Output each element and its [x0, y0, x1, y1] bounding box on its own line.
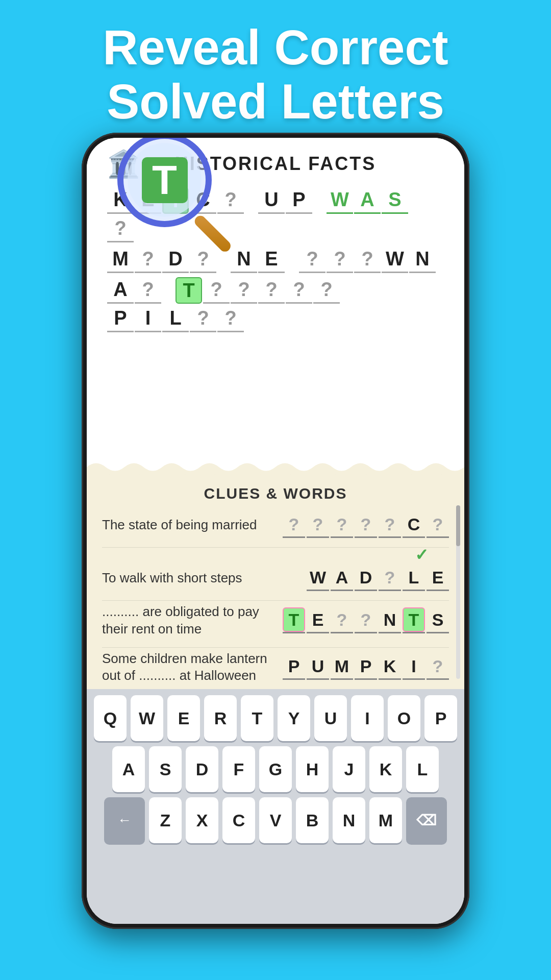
ans3-3: ? — [331, 608, 353, 633]
letter-q15: ? — [217, 306, 244, 332]
ans2-3: D — [355, 566, 377, 591]
key-L[interactable]: L — [406, 746, 439, 792]
ans1-1: ? — [283, 512, 305, 538]
ans3-4: ? — [355, 608, 377, 633]
key-F[interactable]: F — [222, 746, 255, 792]
letter-E2: E — [258, 247, 285, 273]
checkmark-icon: ✓ — [415, 545, 429, 565]
word-up: U P — [258, 187, 312, 214]
letter-q14: ? — [190, 306, 216, 332]
clue-text-1: The state of being married — [102, 517, 257, 534]
word-qqwn: ? ? ? W N — [299, 247, 436, 273]
clue-row-4: Some children make lantern out of ......… — [102, 650, 449, 685]
key-O[interactable]: O — [388, 695, 420, 741]
letter-I: I — [135, 306, 161, 332]
key-K[interactable]: K — [369, 746, 402, 792]
ans3-2: E — [307, 608, 329, 633]
scroll-thumb — [456, 505, 460, 546]
clue-row-1: The state of being married ? ? ? ? ? C ? — [102, 512, 449, 538]
key-X[interactable]: X — [186, 797, 218, 843]
key-B[interactable]: B — [296, 797, 329, 843]
keyboard-row-3: ← Z X C V B N M ⌫ — [91, 797, 460, 843]
ans4-5: K — [379, 654, 401, 680]
key-delete[interactable]: ⌫ — [406, 797, 447, 843]
clue-row-3: .......... are obligated to pay their re… — [102, 603, 449, 638]
key-H[interactable]: H — [296, 746, 329, 792]
puzzle-row-3: A ? T ? ? ? ? ? P I L ? ? — [107, 277, 444, 332]
header-title: Reveal Correct Solved Letters — [0, 0, 551, 143]
key-G[interactable]: G — [259, 746, 292, 792]
key-I[interactable]: I — [351, 695, 384, 741]
ans3-6: T — [403, 608, 425, 633]
key-W[interactable]: W — [131, 695, 163, 741]
key-P[interactable]: P — [424, 695, 457, 741]
keyboard: Q W E R T Y U I O P A S D F G H J K — [87, 689, 464, 924]
phone-screen: 🏛️ HISTORICAL FACTS T K E T — [87, 138, 464, 924]
letter-q13: ? — [313, 277, 340, 304]
ans4-2: U — [307, 654, 329, 680]
key-R[interactable]: R — [204, 695, 237, 741]
key-Y[interactable]: Y — [278, 695, 310, 741]
magnifier-overlay: T — [117, 138, 240, 255]
ans2-6: E — [427, 566, 449, 591]
ans3-1: T — [283, 608, 305, 633]
key-J[interactable]: J — [333, 746, 365, 792]
key-Q[interactable]: Q — [94, 695, 127, 741]
key-back-arrow[interactable]: ← — [104, 797, 145, 843]
key-A[interactable]: A — [112, 746, 145, 792]
key-U[interactable]: U — [314, 695, 347, 741]
key-C[interactable]: C — [222, 797, 255, 843]
letter-A-green: A — [354, 187, 381, 214]
keyboard-row-1: Q W E R T Y U I O P — [91, 695, 460, 741]
clue-answer-4: P U M P K I ? — [276, 654, 449, 680]
ans3-7: S — [427, 608, 449, 633]
letter-W-green: W — [327, 187, 353, 214]
word-was: W A S — [327, 187, 408, 214]
ans2-2: A — [331, 566, 353, 591]
header-section: Reveal Correct Solved Letters — [0, 0, 551, 143]
key-Z[interactable]: Z — [149, 797, 182, 843]
key-T[interactable]: T — [241, 695, 273, 741]
ans1-4: ? — [355, 512, 377, 538]
ans1-3: ? — [331, 512, 353, 538]
letter-q8: ? — [135, 277, 161, 304]
letter-q7: ? — [354, 247, 381, 273]
ans2-4: ? — [379, 566, 401, 591]
keyboard-row-2: A S D F G H J K L — [91, 746, 460, 792]
word-pilqq: P I L ? ? — [107, 306, 244, 332]
key-N[interactable]: N — [333, 797, 365, 843]
letter-q12: ? — [286, 277, 312, 304]
clue-text-3: .......... are obligated to pay their re… — [102, 603, 270, 638]
letter-N2: N — [409, 247, 436, 273]
ans4-4: P — [355, 654, 377, 680]
key-S[interactable]: S — [149, 746, 182, 792]
letter-L: L — [162, 306, 189, 332]
word-tqqqq: T ? ? ? ? ? — [176, 277, 340, 304]
ans2-5: L — [403, 566, 425, 591]
clue-text-4: Some children make lantern out of ......… — [102, 650, 270, 685]
clues-area: CLUES & WORDS The state of being married… — [87, 475, 464, 689]
ans4-6: I — [403, 654, 425, 680]
ans1-5: ? — [379, 512, 401, 538]
key-D[interactable]: D — [186, 746, 218, 792]
ans2-1: W — [307, 566, 329, 591]
ans4-1: P — [283, 654, 305, 680]
key-E[interactable]: E — [167, 695, 200, 741]
letter-q5: ? — [299, 247, 325, 273]
checkmark-row: ✓ — [102, 545, 449, 565]
separator-3 — [102, 647, 449, 648]
clue-answer-3: T E ? ? N T S — [276, 608, 449, 633]
ans1-6: C — [403, 512, 425, 538]
letter-q9: ? — [203, 277, 230, 304]
clues-title: CLUES & WORDS — [102, 485, 449, 502]
letter-A2: A — [107, 277, 134, 304]
game-area: 🏛️ HISTORICAL FACTS T K E T — [87, 138, 464, 347]
letter-T-greenbox: T — [176, 277, 202, 304]
ans3-5: N — [379, 608, 401, 633]
letter-q6: ? — [327, 247, 353, 273]
key-M[interactable]: M — [369, 797, 402, 843]
separator-2 — [102, 600, 449, 601]
scroll-bar[interactable] — [456, 505, 460, 679]
key-V[interactable]: V — [259, 797, 292, 843]
letter-U: U — [258, 187, 285, 214]
